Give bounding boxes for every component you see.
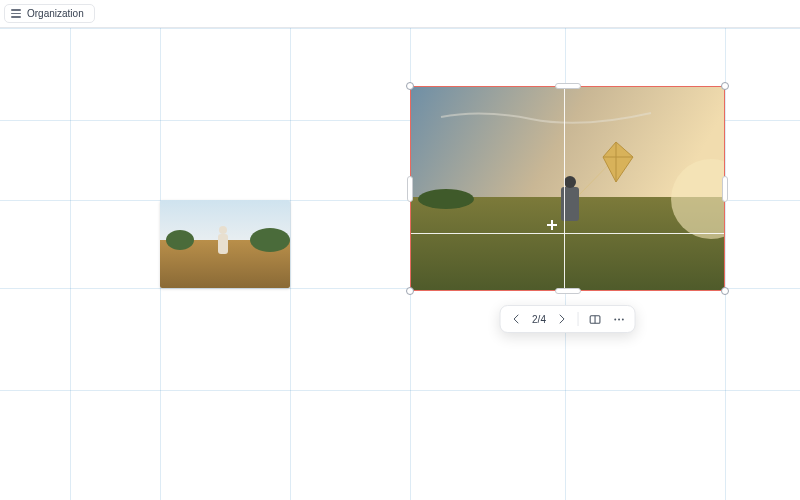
aspect-ratio-icon [588,313,601,326]
photo-kite-sunset-icon [411,87,725,291]
canvas[interactable]: 2/4 [0,0,800,500]
aspect-ratio-button[interactable] [587,311,603,327]
hamburger-icon [11,9,21,18]
page-indicator: 2/4 [532,314,546,325]
prev-button[interactable] [508,311,524,327]
next-button[interactable] [554,311,570,327]
canvas-image-small[interactable] [160,200,290,288]
photo-field-icon [160,200,290,288]
svg-point-2 [166,230,194,250]
resize-handle-e[interactable] [722,176,728,202]
canvas-image-large[interactable] [410,86,725,291]
gridline-h [0,390,800,391]
resize-handle-w[interactable] [407,176,413,202]
arrow-left-icon [510,313,522,325]
gridline-h [0,28,800,29]
resize-handle-n[interactable] [555,83,581,89]
resize-handle-sw[interactable] [406,287,414,295]
svg-rect-4 [218,234,228,254]
svg-point-18 [618,318,620,320]
canvas-image-large-selection[interactable]: 2/4 [410,86,725,291]
organization-menu-button[interactable]: Organization [4,4,95,23]
resize-handle-s[interactable] [555,288,581,294]
svg-point-10 [564,176,576,188]
svg-point-8 [418,189,474,209]
gridline-v [290,0,291,500]
gridline-v [725,0,726,500]
separator [578,312,579,326]
crosshair-icon [547,220,557,230]
more-button[interactable] [611,311,627,327]
svg-point-3 [250,228,290,252]
selection-toolbar: 2/4 [499,305,636,333]
more-horizontal-icon [612,313,625,326]
resize-handle-se[interactable] [721,287,729,295]
svg-point-5 [219,226,227,234]
resize-handle-nw[interactable] [406,82,414,90]
topbar [0,0,800,28]
svg-point-17 [614,318,616,320]
resize-handle-ne[interactable] [721,82,729,90]
svg-point-19 [622,318,624,320]
arrow-right-icon [556,313,568,325]
organization-label: Organization [27,8,84,19]
gridline-v [70,0,71,500]
